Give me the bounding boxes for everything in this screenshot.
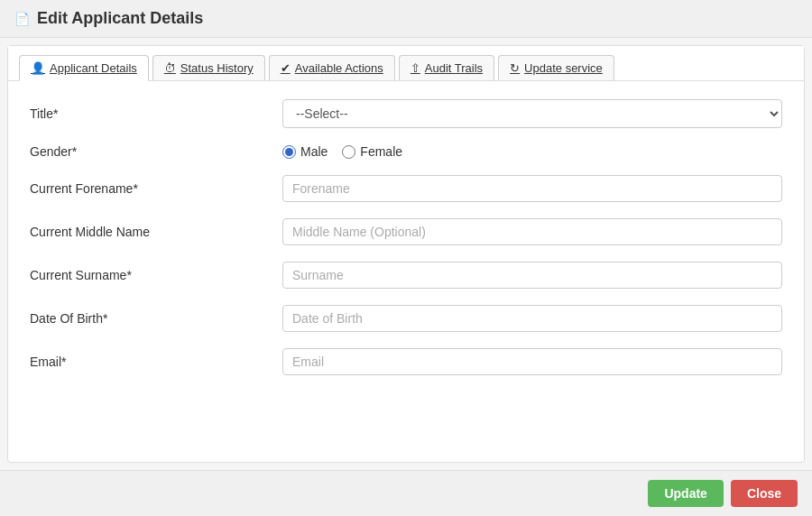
middlename-label: Current Middle Name xyxy=(30,225,282,239)
page-icon: 📄 xyxy=(14,12,30,26)
available-actions-icon: ✔ xyxy=(281,61,291,75)
email-row: Email* xyxy=(30,348,782,375)
forename-row: Current Forename* xyxy=(30,175,782,202)
middlename-input[interactable] xyxy=(282,218,782,245)
email-input[interactable] xyxy=(282,348,782,375)
dob-label: Date Of Birth* xyxy=(30,311,282,326)
gender-row: Gender* Male Female xyxy=(30,144,782,159)
status-history-icon: ⏱ xyxy=(164,61,176,75)
gender-male-radio[interactable] xyxy=(282,145,296,159)
close-button[interactable]: Close xyxy=(731,480,798,507)
surname-input[interactable] xyxy=(282,262,782,289)
dob-field xyxy=(282,305,782,332)
gender-male-label[interactable]: Male xyxy=(282,144,328,159)
gender-field: Male Female xyxy=(282,144,782,159)
title-field: --Select-- Mr Mrs Miss Ms Dr Prof xyxy=(282,99,782,128)
dob-row: Date Of Birth* xyxy=(30,305,782,332)
title-label: Title* xyxy=(30,106,282,121)
gender-female-radio[interactable] xyxy=(342,145,355,159)
middlename-row: Current Middle Name xyxy=(30,218,782,245)
footer-bar: Update Close xyxy=(0,470,812,516)
audit-trails-icon: ⇧ xyxy=(411,61,420,75)
gender-female-label[interactable]: Female xyxy=(342,144,402,159)
page-header: 📄 Edit Applicant Details xyxy=(0,0,812,38)
tabs-bar: 👤 Applicant Details ⏱ Status History ✔ A… xyxy=(8,46,804,81)
tab-status-history[interactable]: ⏱ Status History xyxy=(152,55,265,80)
form-area: Title* --Select-- Mr Mrs Miss Ms Dr Prof… xyxy=(8,81,804,462)
surname-field xyxy=(282,262,782,289)
update-button[interactable]: Update xyxy=(648,480,723,507)
gender-radio-group: Male Female xyxy=(282,144,782,159)
tab-audit-trails[interactable]: ⇧ Audit Trails xyxy=(399,55,494,80)
dob-input[interactable] xyxy=(282,305,782,332)
applicant-details-icon: 👤 xyxy=(31,61,45,75)
forename-label: Current Forename* xyxy=(30,181,282,196)
tab-update-service[interactable]: ↻ Update service xyxy=(498,55,614,80)
surname-label: Current Surname* xyxy=(30,268,282,282)
surname-row: Current Surname* xyxy=(30,262,782,289)
title-row: Title* --Select-- Mr Mrs Miss Ms Dr Prof xyxy=(30,99,782,128)
tab-available-actions[interactable]: ✔ Available Actions xyxy=(269,55,395,80)
forename-field xyxy=(282,175,782,202)
email-field-wrapper xyxy=(282,348,782,375)
forename-input[interactable] xyxy=(282,175,782,202)
content-area: 👤 Applicant Details ⏱ Status History ✔ A… xyxy=(7,45,805,463)
title-select[interactable]: --Select-- Mr Mrs Miss Ms Dr Prof xyxy=(282,99,782,128)
gender-label: Gender* xyxy=(30,144,282,159)
middlename-field xyxy=(282,218,782,245)
tab-applicant-details[interactable]: 👤 Applicant Details xyxy=(19,55,149,81)
page-title: Edit Applicant Details xyxy=(37,9,203,28)
update-service-icon: ↻ xyxy=(510,61,520,75)
email-label: Email* xyxy=(30,355,282,369)
